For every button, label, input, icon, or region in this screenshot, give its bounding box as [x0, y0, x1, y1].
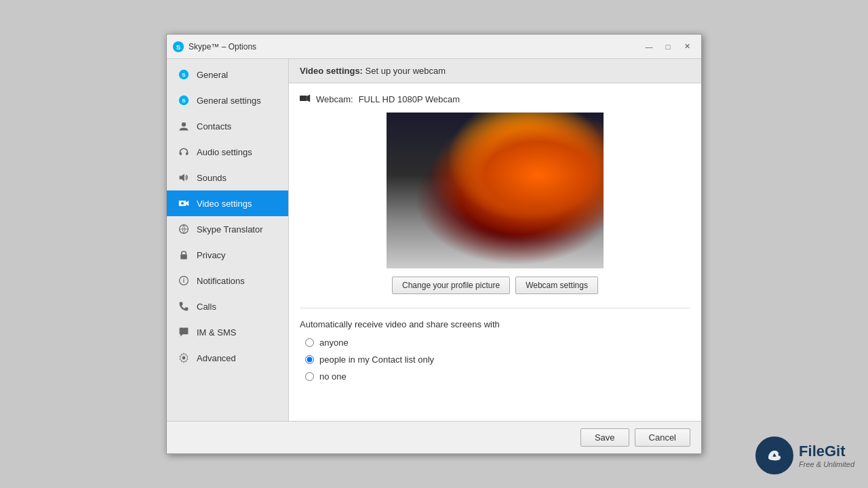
- svg-rect-17: [300, 96, 307, 101]
- sidebar-item-privacy-label: Privacy: [197, 250, 226, 260]
- phone-icon: [178, 300, 190, 312]
- change-profile-picture-button[interactable]: Change your profile picture: [392, 277, 510, 294]
- sidebar-item-general-label: General: [197, 70, 228, 80]
- filegit-name: FileGit: [799, 443, 854, 460]
- window-controls: — □ ✕: [640, 40, 696, 54]
- translate-icon: [178, 223, 190, 235]
- svg-marker-18: [307, 94, 310, 102]
- svg-text:S: S: [176, 43, 181, 50]
- svg-text:S: S: [182, 72, 186, 78]
- filegit-logo: FileGit Free & Unlimited: [755, 436, 854, 474]
- speaker-icon: [178, 171, 190, 184]
- webcam-buttons: Change your profile picture Webcam setti…: [300, 277, 690, 294]
- options-window: S Skype™ – Options — □ ✕ S General: [166, 34, 702, 454]
- skype-icon-2: S: [178, 94, 190, 106]
- sidebar-item-general-settings-label: General settings: [197, 96, 261, 106]
- sidebar-item-im-sms-label: IM & SMS: [197, 327, 237, 338]
- sidebar-item-contacts[interactable]: Contacts: [167, 113, 288, 139]
- sidebar-item-general[interactable]: S General: [167, 62, 288, 87]
- camera-icon: [178, 197, 190, 209]
- titlebar: S Skype™ – Options — □ ✕: [167, 35, 701, 59]
- panel-header-label: Video settings:: [300, 66, 363, 76]
- bubble-icon: [178, 326, 190, 338]
- filegit-icon: [755, 436, 793, 474]
- video-share-radio-group: anyone people in my Contact list only no…: [300, 338, 690, 382]
- radio-contacts-label: people in my Contact list only: [319, 354, 434, 365]
- info-icon: i: [178, 274, 190, 287]
- window-title: Skype™ – Options: [189, 42, 640, 52]
- svg-text:i: i: [183, 277, 184, 284]
- svg-text:S: S: [182, 98, 186, 104]
- auto-receive-label: Automatically receive video and share sc…: [300, 319, 690, 329]
- webcam-label: Webcam:: [316, 94, 353, 104]
- sidebar-item-translator-label: Skype Translator: [197, 224, 263, 235]
- svg-marker-7: [180, 174, 184, 181]
- radio-anyone[interactable]: anyone: [305, 338, 690, 348]
- sidebar-item-calls-label: Calls: [197, 302, 216, 312]
- panel-body: Webcam: FULL HD 1080P Webcam Change your…: [289, 83, 701, 421]
- sidebar-item-notifications[interactable]: i Notifications: [167, 268, 288, 293]
- webcam-preview: [387, 113, 604, 268]
- sidebar-item-calls[interactable]: Calls: [167, 293, 288, 319]
- panel-header-subtitle: Set up your webcam: [366, 66, 446, 76]
- camera-icon-inline: [300, 94, 311, 104]
- sidebar-item-privacy[interactable]: Privacy: [167, 242, 288, 268]
- sidebar-item-general-settings[interactable]: S General settings: [167, 87, 288, 113]
- svg-marker-9: [186, 201, 189, 206]
- sidebar-item-sounds-label: Sounds: [197, 173, 226, 183]
- sidebar-item-sounds[interactable]: Sounds: [167, 165, 288, 190]
- gear-icon: [178, 352, 190, 364]
- radio-noone-label: no one: [319, 371, 347, 382]
- filegit-text-block: FileGit Free & Unlimited: [799, 443, 854, 468]
- sidebar-item-skype-translator[interactable]: Skype Translator: [167, 216, 288, 242]
- headset-icon: [178, 146, 190, 158]
- sidebar-item-advanced-label: Advanced: [197, 353, 236, 363]
- minimize-button[interactable]: —: [640, 40, 658, 54]
- person-icon: [178, 120, 190, 132]
- save-button[interactable]: Save: [580, 428, 629, 447]
- radio-contacts-input[interactable]: [305, 355, 314, 364]
- radio-anyone-label: anyone: [319, 338, 349, 348]
- panel-header: Video settings: Set up your webcam: [289, 59, 701, 83]
- content-area: S General S General settings: [167, 59, 701, 421]
- close-button[interactable]: ✕: [678, 40, 696, 54]
- sidebar-item-audio-settings[interactable]: Audio settings: [167, 139, 288, 165]
- webcam-settings-button[interactable]: Webcam settings: [515, 277, 598, 294]
- svg-point-10: [181, 202, 184, 205]
- sidebar-item-video-label: Video settings: [197, 199, 252, 209]
- radio-contacts-only[interactable]: people in my Contact list only: [305, 354, 690, 365]
- svg-rect-13: [180, 254, 187, 259]
- sidebar-item-notifications-label: Notifications: [197, 276, 245, 286]
- filegit-subtitle: Free & Unlimited: [799, 460, 854, 468]
- sidebar-item-video-settings[interactable]: Video settings: [167, 190, 288, 216]
- sidebar-item-im-sms[interactable]: IM & SMS: [167, 319, 288, 345]
- skype-icon: S: [178, 68, 190, 81]
- sidebar-item-audio-label: Audio settings: [197, 147, 252, 157]
- sidebar-item-advanced[interactable]: Advanced: [167, 345, 288, 371]
- svg-point-16: [182, 357, 186, 360]
- footer: Save Cancel: [167, 421, 701, 453]
- svg-point-6: [182, 122, 186, 126]
- main-panel: Video settings: Set up your webcam Webca…: [289, 59, 701, 421]
- sidebar: S General S General settings: [167, 59, 289, 421]
- cancel-button[interactable]: Cancel: [635, 428, 690, 447]
- radio-no-one[interactable]: no one: [305, 371, 690, 382]
- sidebar-item-contacts-label: Contacts: [197, 121, 231, 131]
- webcam-info-row: Webcam: FULL HD 1080P Webcam: [300, 94, 690, 104]
- radio-anyone-input[interactable]: [305, 338, 314, 347]
- skype-title-icon: S: [172, 41, 184, 53]
- maximize-button[interactable]: □: [659, 40, 677, 54]
- radio-noone-input[interactable]: [305, 372, 314, 381]
- webcam-preview-image: [387, 113, 604, 268]
- webcam-name: FULL HD 1080P Webcam: [359, 94, 460, 104]
- lock-icon: [178, 249, 190, 261]
- divider: [300, 308, 690, 308]
